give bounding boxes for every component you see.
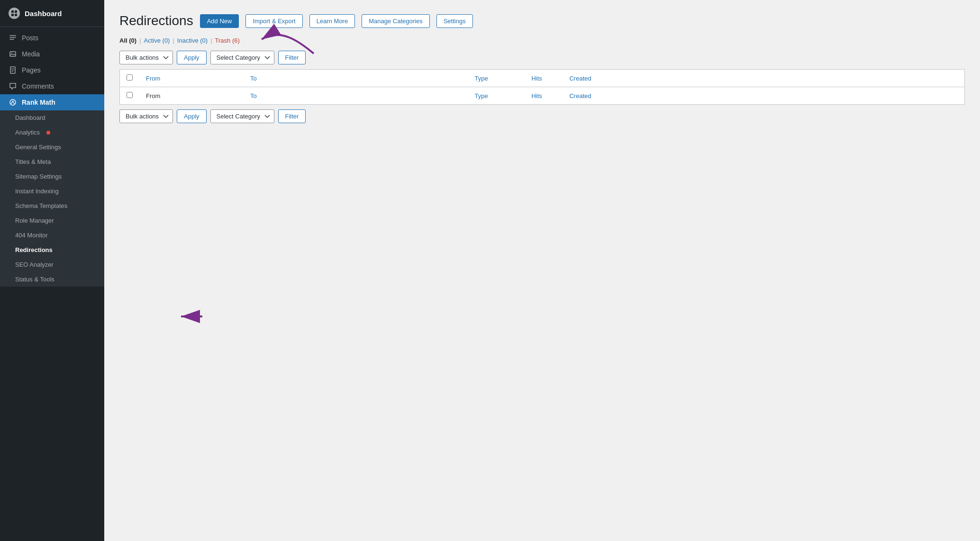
import-export-button[interactable]: Import & Export [245, 14, 302, 28]
category-select-bottom[interactable]: Select Category [210, 109, 274, 123]
rm-404-label: 404 Monitor [15, 232, 48, 239]
sidebar-logo-label: Dashboard [25, 9, 62, 18]
sidebar-item-posts[interactable]: Posts [0, 30, 104, 46]
sidebar-item-rm-schema[interactable]: Schema Templates [0, 198, 104, 213]
sidebar-item-pages[interactable]: Pages [0, 62, 104, 78]
rank-math-submenu: Dashboard Analytics General Settings Tit… [0, 110, 104, 287]
apply-button-bottom[interactable]: Apply [177, 109, 207, 123]
col-hits-header[interactable]: Hits [525, 70, 563, 87]
dashboard-icon [9, 8, 20, 19]
sidebar-item-rm-titles[interactable]: Titles & Meta [0, 154, 104, 169]
content-wrapper: Redirections Add New Import & Export Lea… [119, 13, 965, 123]
rank-math-label: Rank Math [22, 99, 55, 106]
sidebar-rank-math-header[interactable]: Rank Math [0, 94, 104, 110]
manage-categories-button[interactable]: Manage Categories [362, 14, 429, 28]
col-created-header[interactable]: Created [563, 70, 964, 87]
table-header-row: From To Type Hits Created [120, 70, 965, 87]
sidebar-logo[interactable]: Dashboard [0, 0, 104, 27]
sidebar-item-media[interactable]: Media [0, 46, 104, 62]
col-to-header[interactable]: To [244, 70, 468, 87]
svg-rect-1 [15, 10, 17, 13]
add-new-button[interactable]: Add New [200, 14, 239, 28]
svg-point-5 [11, 53, 12, 54]
sidebar: Dashboard Posts Media Pages Comments [0, 0, 104, 541]
sidebar-comments-label: Comments [22, 82, 54, 90]
row-checkbox[interactable] [127, 92, 133, 98]
filter-bar-top: Bulk actions Apply Select Category Filte… [119, 51, 965, 64]
analytics-badge [46, 131, 50, 135]
svg-rect-3 [15, 14, 17, 16]
sidebar-item-rm-404[interactable]: 404 Monitor [0, 228, 104, 243]
sidebar-item-comments[interactable]: Comments [0, 78, 104, 94]
tab-active-count: (0) [163, 37, 170, 44]
created-label: Created [569, 92, 591, 99]
sidebar-item-rm-analytics[interactable]: Analytics [0, 125, 104, 140]
tab-active[interactable]: Active (0) [144, 37, 170, 44]
rm-instant-label: Instant Indexing [15, 188, 59, 195]
pages-icon [9, 66, 17, 74]
col-check-header [120, 70, 140, 87]
sidebar-item-rm-sitemap[interactable]: Sitemap Settings [0, 169, 104, 184]
redirections-table: From To Type Hits Created From [119, 69, 965, 105]
sidebar-item-rm-general[interactable]: General Settings [0, 140, 104, 154]
rm-role-label: Role Manager [15, 217, 54, 224]
filter-button-top[interactable]: Filter [278, 51, 306, 64]
filter-button-bottom[interactable]: Filter [278, 109, 306, 123]
sidebar-item-rm-dashboard[interactable]: Dashboard [0, 110, 104, 125]
comments-icon [9, 82, 17, 90]
tab-inactive-count: (0) [200, 37, 208, 44]
apply-button-top[interactable]: Apply [177, 51, 207, 64]
select-all-checkbox[interactable] [127, 74, 133, 81]
sidebar-navigation: Posts Media Pages Comments Rank Math [0, 27, 104, 541]
content-area: Redirections Add New Import & Export Lea… [104, 0, 980, 541]
col-type-header[interactable]: Type [468, 70, 525, 87]
row-created: Created [563, 87, 964, 105]
bulk-actions-select-top[interactable]: Bulk actions [119, 51, 173, 64]
tab-inactive[interactable]: Inactive (0) [177, 37, 208, 44]
rank-math-icon [9, 98, 17, 107]
sidebar-item-rm-redirections[interactable]: Redirections [0, 243, 104, 257]
sidebar-posts-label: Posts [22, 34, 38, 42]
sidebar-media-label: Media [22, 50, 40, 58]
tab-trash-count: (6) [232, 37, 240, 44]
filter-bar-bottom: Bulk actions Apply Select Category Filte… [119, 109, 965, 123]
bulk-actions-select-bottom[interactable]: Bulk actions [119, 109, 173, 123]
type-label: Type [474, 92, 488, 99]
tab-inactive-label: Inactive [177, 37, 199, 44]
sidebar-item-rm-seo-analyzer[interactable]: SEO Analyzer [0, 257, 104, 272]
page-title: Redirections [119, 13, 193, 28]
sidebar-item-rm-status[interactable]: Status & Tools [0, 272, 104, 287]
tab-active-label: Active [144, 37, 161, 44]
tab-trash[interactable]: Trash (6) [215, 37, 240, 44]
main-content: Redirections Add New Import & Export Lea… [104, 0, 980, 541]
media-icon [9, 50, 17, 58]
rm-dashboard-label: Dashboard [15, 114, 45, 121]
row-check [120, 87, 140, 105]
svg-rect-2 [11, 14, 14, 16]
tab-all[interactable]: All (0) [119, 37, 136, 44]
from-label: From [146, 92, 160, 99]
row-from: From [139, 87, 244, 105]
tab-trash-label: Trash [215, 37, 231, 44]
rm-general-label: General Settings [15, 144, 61, 151]
page-header: Redirections Add New Import & Export Lea… [119, 13, 965, 28]
rm-sitemap-label: Sitemap Settings [15, 173, 62, 180]
to-label: To [250, 92, 257, 99]
rm-redirections-label: Redirections [15, 246, 53, 253]
tab-all-label: All [119, 37, 127, 44]
status-tabs: All (0) | Active (0) | Inactive (0) | Tr… [119, 37, 965, 44]
sidebar-item-rm-instant[interactable]: Instant Indexing [0, 184, 104, 198]
category-select-top[interactable]: Select Category [210, 51, 274, 64]
table-row: From To Type Hits Created [120, 87, 965, 105]
posts-icon [9, 34, 17, 42]
learn-more-button[interactable]: Learn More [309, 14, 355, 28]
rm-analytics-label: Analytics [15, 129, 40, 136]
sidebar-item-rm-role[interactable]: Role Manager [0, 213, 104, 228]
row-type: Type [468, 87, 525, 105]
row-hits: Hits [525, 87, 563, 105]
col-from-header[interactable]: From [139, 70, 244, 87]
svg-point-7 [10, 99, 16, 105]
row-to: To [244, 87, 468, 105]
hits-label: Hits [531, 92, 542, 99]
settings-button[interactable]: Settings [436, 14, 473, 28]
